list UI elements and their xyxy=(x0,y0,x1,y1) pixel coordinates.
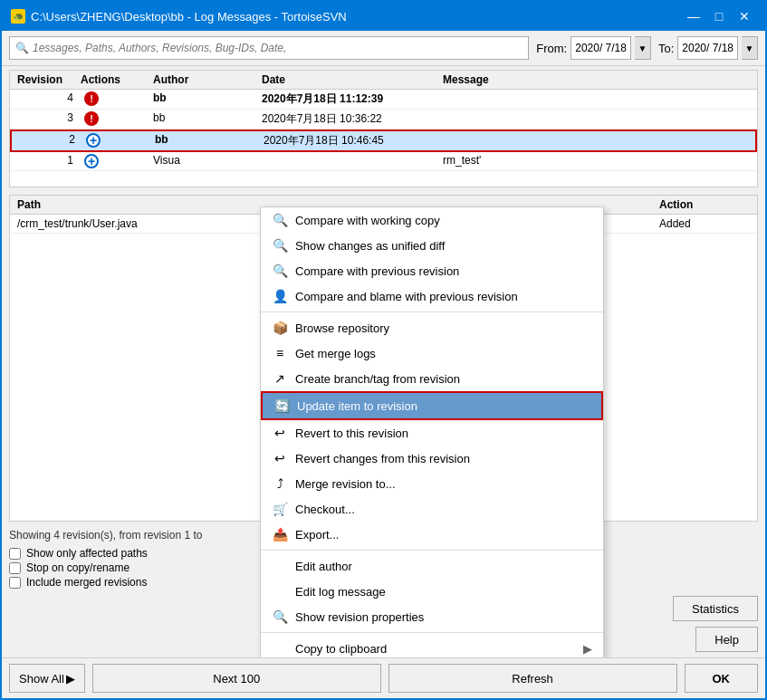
to-label: To: xyxy=(658,42,674,55)
help-button[interactable]: Help xyxy=(695,627,758,652)
menu-revert-changes-label: Revert changes from this revision xyxy=(295,452,470,465)
show-affected-paths-checkbox[interactable] xyxy=(9,548,21,560)
window-controls: — □ ✕ xyxy=(682,7,756,25)
to-date-section: To: 2020/ 7/18 ▼ xyxy=(658,36,758,60)
show-affected-paths-label: Show only affected paths xyxy=(26,547,148,560)
separator-1 xyxy=(261,312,603,312)
revision-number: 2 xyxy=(15,133,79,149)
export-icon: 📤 xyxy=(272,526,288,542)
rev-props-icon: 🔍 xyxy=(272,609,288,625)
browse-repo-icon: 📦 xyxy=(272,320,288,336)
main-content: Revision Actions Author Date Message 4 !… xyxy=(2,66,765,657)
update-item-icon: 🔄 xyxy=(273,398,290,414)
copy-clipboard-icon xyxy=(272,640,288,657)
action-cell: ! xyxy=(77,111,149,127)
next-100-button[interactable]: Next 100 xyxy=(92,664,381,693)
col-actions: Actions xyxy=(77,73,149,86)
menu-compare-previous-label: Compare with previous revision xyxy=(295,264,459,278)
unified-diff-icon: 🔍 xyxy=(272,237,288,254)
menu-show-rev-props[interactable]: 🔍 Show revision properties xyxy=(261,604,603,629)
edit-author-icon xyxy=(272,558,288,574)
show-all-button[interactable]: Show All ▶ xyxy=(9,664,85,693)
table-row-selected[interactable]: 2 + bb 2020年7月18日 10:46:45 xyxy=(10,129,757,152)
separator-3 xyxy=(261,632,603,633)
action-cell: Added xyxy=(659,217,750,230)
menu-browse-repo[interactable]: 📦 Browse repository xyxy=(261,315,603,340)
menu-create-branch[interactable]: ↗ Create branch/tag from revision xyxy=(261,366,603,391)
to-date-input[interactable]: 2020/ 7/18 xyxy=(677,36,738,60)
menu-revert-changes[interactable]: ↩ Revert changes from this revision xyxy=(261,446,603,471)
include-merged-checkbox[interactable] xyxy=(9,577,21,589)
menu-checkout[interactable]: 🛒 Checkout... xyxy=(261,496,603,522)
statistics-button[interactable]: Statistics xyxy=(673,596,758,621)
menu-checkout-label: Checkout... xyxy=(295,503,355,516)
edit-log-icon xyxy=(272,583,288,599)
menu-show-unified-diff[interactable]: 🔍 Show changes as unified diff xyxy=(261,233,603,258)
refresh-button[interactable]: Refresh xyxy=(388,664,677,693)
footer: Show All ▶ Next 100 Refresh OK xyxy=(2,657,765,698)
from-date-section: From: 2020/ 7/18 ▼ xyxy=(536,36,651,60)
message-cell xyxy=(439,111,753,127)
minimize-button[interactable]: — xyxy=(682,7,705,25)
date-cell: 2020年7月18日 10:36:22 xyxy=(258,111,439,127)
close-button[interactable]: ✕ xyxy=(733,7,756,25)
menu-compare-blame-label: Compare and blame with previous revision xyxy=(295,290,518,303)
action-cell: + xyxy=(79,133,151,149)
from-label: From: xyxy=(536,42,567,55)
stop-copy-label: Stop on copy/rename xyxy=(26,561,129,574)
menu-get-merge-logs[interactable]: ≡ Get merge logs xyxy=(261,340,603,366)
menu-edit-log-label: Edit log message xyxy=(295,585,386,599)
author-cell: Visua xyxy=(149,154,258,168)
compare-working-icon: 🔍 xyxy=(272,212,288,228)
menu-merge-logs-label: Get merge logs xyxy=(295,347,376,360)
date-cell: 2020年7月18日 10:46:45 xyxy=(260,133,441,149)
menu-compare-previous[interactable]: 🔍 Compare with previous revision xyxy=(261,258,603,283)
action-cell: ! xyxy=(77,91,149,107)
show-all-arrow: ▶ xyxy=(66,672,75,686)
menu-edit-author-label: Edit author xyxy=(295,560,352,573)
menu-export[interactable]: 📤 Export... xyxy=(261,522,603,547)
menu-compare-working[interactable]: 🔍 Compare with working copy xyxy=(261,207,603,233)
table-row[interactable]: 4 ! bb 2020年7月18日 11:12:39 xyxy=(10,90,757,110)
menu-edit-log[interactable]: Edit log message xyxy=(261,579,603,604)
author-cell: bb xyxy=(151,133,260,149)
author-cell: bb xyxy=(149,111,258,127)
menu-edit-author[interactable]: Edit author xyxy=(261,553,603,579)
status-text: Showing 4 revision(s), from revision 1 t… xyxy=(9,529,202,542)
col-date: Date xyxy=(258,73,439,86)
ok-button[interactable]: OK xyxy=(685,664,759,693)
app-icon: 🐢 xyxy=(11,9,25,24)
message-cell: rm_test' xyxy=(439,154,753,168)
message-cell xyxy=(441,133,752,149)
revision-number: 1 xyxy=(14,154,77,168)
search-box[interactable]: 🔍 xyxy=(9,36,529,60)
from-date-input[interactable]: 2020/ 7/18 xyxy=(570,36,631,60)
menu-create-branch-label: Create branch/tag from revision xyxy=(295,372,460,386)
from-date-dropdown[interactable]: ▼ xyxy=(635,36,651,60)
search-icon: 🔍 xyxy=(15,42,29,54)
context-menu: 🔍 Compare with working copy 🔍 Show chang… xyxy=(260,206,604,657)
menu-revert-revision[interactable]: ↩ Revert to this revision xyxy=(261,420,603,446)
table-row[interactable]: 3 ! bb 2020年7月18日 10:36:22 xyxy=(10,110,757,129)
date-cell: 2020年7月18日 11:12:39 xyxy=(258,91,439,107)
compare-blame-icon: 👤 xyxy=(272,288,288,304)
menu-merge-revision[interactable]: ⤴ Merge revision to... xyxy=(261,471,603,496)
table-row[interactable]: 1 + Visua rm_test' xyxy=(10,152,757,171)
maximize-button[interactable]: □ xyxy=(707,7,731,25)
date-cell xyxy=(258,154,439,168)
menu-compare-blame[interactable]: 👤 Compare and blame with previous revisi… xyxy=(261,283,603,309)
revision-number: 3 xyxy=(14,111,77,127)
menu-update-item[interactable]: 🔄 Update item to revision xyxy=(261,391,603,420)
menu-merge-revision-label: Merge revision to... xyxy=(295,477,396,491)
table-header: Revision Actions Author Date Message xyxy=(10,71,757,90)
log-table: Revision Actions Author Date Message 4 !… xyxy=(9,70,758,187)
author-cell: bb xyxy=(149,91,258,107)
stop-copy-checkbox[interactable] xyxy=(9,562,21,574)
create-branch-icon: ↗ xyxy=(272,370,288,387)
submenu-arrow: ▶ xyxy=(583,642,592,656)
search-input[interactable] xyxy=(33,42,523,54)
menu-copy-clipboard[interactable]: Copy to clipboard ▶ xyxy=(261,636,603,657)
message-cell xyxy=(439,91,753,107)
checkout-icon: 🛒 xyxy=(272,501,288,517)
to-date-dropdown[interactable]: ▼ xyxy=(742,36,758,60)
